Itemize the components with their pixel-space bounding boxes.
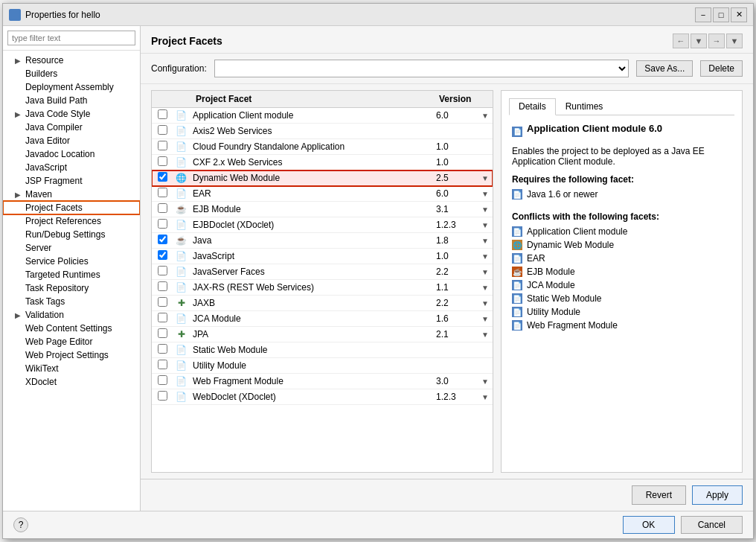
- dropdown-button[interactable]: ▼: [691, 34, 707, 48]
- facet-dropdown[interactable]: ▼: [478, 217, 493, 233]
- version-dropdown-arrow[interactable]: ▼: [481, 252, 489, 261]
- sidebar-item-xdoclet[interactable]: XDoclet: [3, 375, 140, 389]
- facet-checkbox[interactable]: [158, 328, 167, 338]
- facet-checkbox[interactable]: [158, 281, 167, 291]
- conflict-item: 🌐 Dynamic Web Module: [512, 238, 731, 252]
- facet-dropdown[interactable]: ▼: [478, 280, 493, 296]
- right-panel: Project Facets ← ▼ → ▼ Configuration: Sa…: [141, 26, 753, 511]
- facet-checkbox[interactable]: [158, 156, 167, 166]
- sidebar-item-jsp-fragment[interactable]: JSP Fragment: [3, 174, 140, 188]
- sidebar-item-java-code-style[interactable]: ▶ Java Code Style: [3, 107, 140, 121]
- facet-dropdown[interactable]: ▼: [478, 186, 493, 202]
- sidebar-item-label: WikiText: [25, 363, 59, 374]
- facet-checkbox[interactable]: [158, 188, 167, 197]
- facet-dropdown[interactable]: ▼: [478, 108, 493, 124]
- facet-dropdown[interactable]: ▼: [478, 264, 493, 280]
- facet-checkbox[interactable]: [158, 391, 167, 401]
- sidebar-item-task-tags[interactable]: Task Tags: [3, 295, 140, 308]
- sidebar-item-label: Java Build Path: [25, 95, 87, 106]
- sidebar-item-web-content-settings[interactable]: Web Content Settings: [3, 322, 140, 335]
- sidebar-item-builders[interactable]: Builders: [3, 67, 140, 80]
- sidebar-item-run-debug-settings[interactable]: Run/Debug Settings: [3, 228, 140, 241]
- version-dropdown-arrow[interactable]: ▼: [481, 112, 489, 120]
- version-dropdown-arrow[interactable]: ▼: [481, 221, 489, 229]
- sidebar-item-javascript[interactable]: JavaScript: [3, 161, 140, 174]
- delete-button[interactable]: Delete: [700, 60, 743, 77]
- facet-checkbox[interactable]: [158, 203, 167, 213]
- sidebar-item-wikitext[interactable]: WikiText: [3, 362, 140, 375]
- facet-dropdown[interactable]: ▼: [478, 249, 493, 264]
- facet-checkbox[interactable]: [158, 313, 167, 322]
- sidebar-item-deployment-assembly[interactable]: Deployment Assembly: [3, 80, 140, 94]
- facet-checkbox[interactable]: [158, 344, 167, 354]
- ok-button[interactable]: OK: [623, 516, 675, 534]
- sidebar-item-java-build-path[interactable]: Java Build Path: [3, 94, 140, 107]
- col-header-dropdown: [478, 91, 493, 108]
- table-row: 📄 Web Fragment Module 3.0 ▼: [152, 374, 493, 389]
- facet-dropdown[interactable]: ▼: [478, 374, 493, 389]
- sidebar-item-task-repository[interactable]: Task Repository: [3, 281, 140, 295]
- cancel-button[interactable]: Cancel: [681, 516, 743, 534]
- sidebar-item-web-project-settings[interactable]: Web Project Settings: [3, 348, 140, 362]
- tab-details[interactable]: Details: [509, 98, 556, 115]
- minimize-button[interactable]: −: [695, 7, 711, 22]
- tab-runtimes[interactable]: Runtimes: [556, 98, 613, 115]
- sidebar-item-java-editor[interactable]: Java Editor: [3, 134, 140, 147]
- facet-checkbox[interactable]: [158, 235, 167, 244]
- sidebar-item-java-compiler[interactable]: Java Compiler: [3, 121, 140, 134]
- facet-dropdown[interactable]: ▼: [478, 296, 493, 311]
- facet-type-icon: ✚: [178, 329, 185, 339]
- version-dropdown-arrow[interactable]: ▼: [481, 205, 489, 214]
- save-as-button[interactable]: Save As...: [636, 60, 693, 77]
- facet-checkbox[interactable]: [158, 219, 167, 229]
- version-dropdown-arrow[interactable]: ▼: [481, 237, 489, 245]
- configuration-select[interactable]: [214, 60, 630, 77]
- sidebar-item-resource[interactable]: ▶ Resource: [3, 54, 140, 67]
- forward-button[interactable]: →: [708, 34, 725, 48]
- sidebar-item-project-references[interactable]: Project References: [3, 214, 140, 228]
- version-dropdown-arrow[interactable]: ▼: [481, 284, 489, 292]
- sidebar-item-maven[interactable]: ▶ Maven: [3, 188, 140, 201]
- version-dropdown-arrow[interactable]: ▼: [481, 299, 489, 307]
- version-dropdown-arrow[interactable]: ▼: [481, 190, 489, 198]
- facet-checkbox[interactable]: [158, 109, 167, 119]
- facet-checkbox[interactable]: [158, 172, 167, 182]
- facet-dropdown[interactable]: ▼: [478, 389, 493, 405]
- version-dropdown-arrow[interactable]: ▼: [481, 377, 489, 386]
- sidebar-item-server[interactable]: Server: [3, 241, 140, 255]
- facet-checkbox[interactable]: [158, 266, 167, 275]
- close-button[interactable]: ✕: [731, 7, 747, 22]
- sidebar-item-service-policies[interactable]: Service Policies: [3, 255, 140, 268]
- facet-dropdown[interactable]: ▼: [478, 327, 493, 342]
- maximize-button[interactable]: □: [713, 7, 729, 22]
- sidebar-item-validation[interactable]: ▶ Validation: [3, 308, 140, 322]
- facet-checkbox[interactable]: [158, 375, 167, 385]
- facet-checkbox[interactable]: [158, 297, 167, 307]
- sidebar-item-javadoc-location[interactable]: Javadoc Location: [3, 147, 140, 161]
- version-dropdown-arrow[interactable]: ▼: [481, 268, 489, 276]
- facet-dropdown[interactable]: ▼: [478, 233, 493, 249]
- facet-checkbox[interactable]: [158, 250, 167, 260]
- requires-title: Requires the following facet:: [512, 174, 731, 185]
- sidebar-item-web-page-editor[interactable]: Web Page Editor: [3, 335, 140, 348]
- help-button[interactable]: ?: [13, 517, 28, 532]
- facet-dropdown[interactable]: ▼: [478, 170, 493, 186]
- sidebar-item-targeted-runtimes[interactable]: Targeted Runtimes: [3, 268, 140, 281]
- forward-dropdown-button[interactable]: ▼: [726, 34, 743, 48]
- facet-dropdown[interactable]: ▼: [478, 202, 493, 217]
- facet-checkbox[interactable]: [158, 360, 167, 369]
- facet-checkbox[interactable]: [158, 141, 167, 150]
- version-dropdown-arrow[interactable]: ▼: [481, 174, 489, 182]
- facet-dropdown[interactable]: ▼: [478, 311, 493, 327]
- facet-checkbox-cell: [152, 202, 173, 217]
- sidebar-item-project-facets[interactable]: Project Facets: [3, 201, 140, 214]
- version-dropdown-arrow[interactable]: ▼: [481, 331, 489, 339]
- revert-button[interactable]: Revert: [632, 485, 686, 505]
- version-dropdown-arrow[interactable]: ▼: [481, 315, 489, 323]
- facet-checkbox[interactable]: [158, 125, 167, 135]
- back-button[interactable]: ←: [673, 34, 689, 48]
- apply-button[interactable]: Apply: [692, 485, 743, 505]
- search-input[interactable]: [7, 31, 135, 45]
- facet-icon-cell: 📄: [173, 124, 190, 139]
- version-dropdown-arrow[interactable]: ▼: [481, 393, 489, 401]
